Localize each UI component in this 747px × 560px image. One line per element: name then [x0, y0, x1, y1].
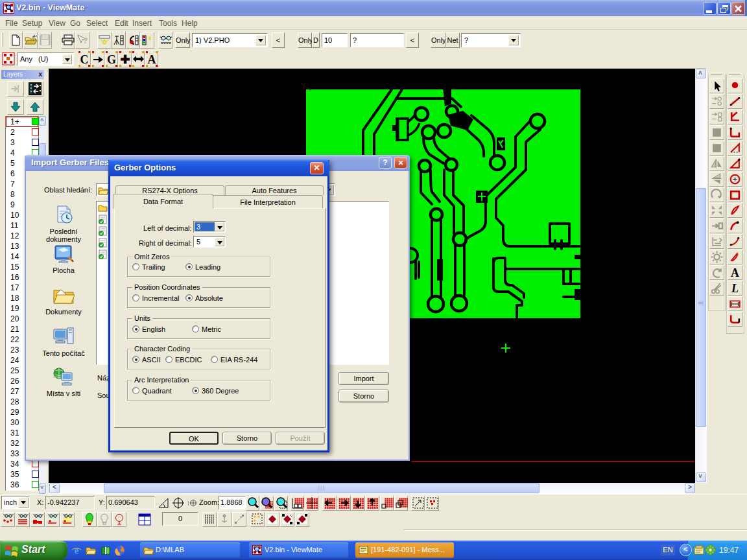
svg-text:L: L [731, 282, 739, 295]
svg-text:A: A [148, 53, 156, 66]
svg-text:C: C [80, 53, 89, 66]
svg-text:A: A [731, 266, 739, 279]
svg-text:G: G [107, 53, 116, 66]
svg-text:✚: ✚ [120, 53, 130, 66]
svg-text:?: ? [83, 36, 88, 45]
svg-text:e: e [75, 545, 79, 555]
